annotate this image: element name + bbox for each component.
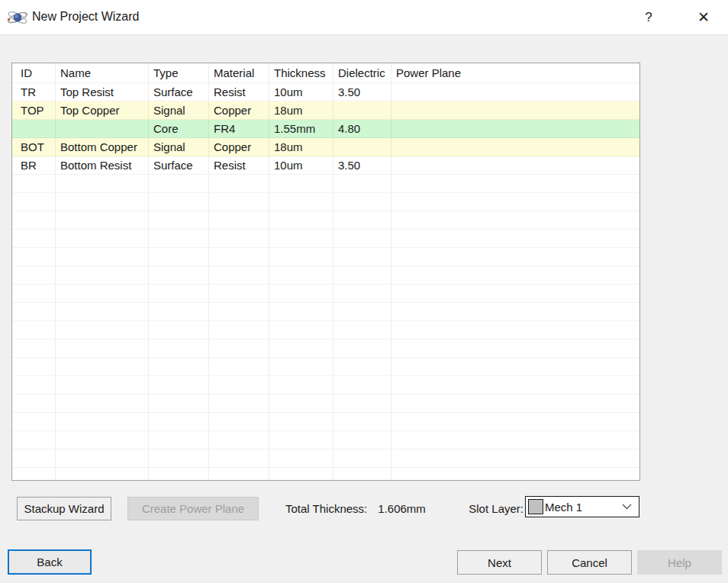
table-header-row: IDNameTypeMaterialThicknessDielectricPow… xyxy=(12,63,639,83)
window-help-button[interactable]: ? xyxy=(632,0,665,34)
table-cell xyxy=(56,340,149,358)
table-cell xyxy=(12,211,56,230)
table-cell xyxy=(56,468,149,481)
table-cell xyxy=(56,376,149,395)
help-button[interactable]: Help xyxy=(637,550,722,575)
table-cell[interactable] xyxy=(391,156,639,175)
table-cell xyxy=(333,358,391,376)
table-cell[interactable]: Resist xyxy=(209,83,269,101)
table-cell xyxy=(12,230,56,248)
table-cell xyxy=(391,193,639,211)
table-cell xyxy=(209,358,269,376)
table-row[interactable]: CoreFR41.55mm4.80 xyxy=(12,120,639,138)
table-cell xyxy=(12,321,56,340)
table-cell xyxy=(149,248,209,266)
slot-layer-label: Slot Layer: xyxy=(464,502,523,515)
table-row xyxy=(12,303,639,321)
table-cell[interactable]: 3.50 xyxy=(333,156,391,175)
table-cell[interactable]: Top Copper xyxy=(56,101,149,120)
table-row xyxy=(12,321,639,340)
table-cell xyxy=(56,303,149,321)
table-cell[interactable]: 18um xyxy=(269,138,333,156)
table-cell xyxy=(149,413,209,431)
table-cell[interactable] xyxy=(12,120,56,138)
table-cell xyxy=(391,395,639,413)
table-cell[interactable]: Copper xyxy=(209,101,269,120)
back-button[interactable]: Back xyxy=(8,549,92,575)
table-cell xyxy=(391,285,639,303)
table-cell xyxy=(269,230,333,248)
table-cell[interactable]: 10um xyxy=(269,83,333,101)
table-cell xyxy=(209,175,269,193)
table-cell[interactable]: TR xyxy=(12,83,56,101)
table-cell[interactable]: 4.80 xyxy=(333,120,391,138)
table-cell[interactable] xyxy=(391,83,639,101)
table-row xyxy=(12,230,639,248)
table-cell[interactable] xyxy=(56,120,149,138)
table-cell[interactable]: 10um xyxy=(269,156,333,175)
table-cell[interactable]: Bottom Resist xyxy=(56,156,149,175)
table-cell xyxy=(209,468,269,481)
table-cell[interactable]: Top Resist xyxy=(56,83,149,101)
table-cell[interactable]: 18um xyxy=(269,101,333,120)
table-cell[interactable]: Resist xyxy=(209,156,269,175)
table-cell[interactable]: Surface xyxy=(149,83,209,101)
table-cell[interactable]: Copper xyxy=(209,138,269,156)
chevron-down-icon xyxy=(622,504,632,510)
table-cell xyxy=(12,303,56,321)
table-cell[interactable] xyxy=(391,120,639,138)
total-thickness-label: Total Thickness: xyxy=(285,502,367,515)
column-header: ID xyxy=(12,63,56,83)
cancel-button[interactable]: Cancel xyxy=(547,550,632,575)
table-cell[interactable] xyxy=(333,138,391,156)
table-cell xyxy=(209,285,269,303)
table-cell xyxy=(149,230,209,248)
table-cell[interactable]: Signal xyxy=(149,138,209,156)
table-cell xyxy=(56,211,149,230)
slot-layer-dropdown[interactable]: Mech 1 xyxy=(525,496,639,517)
table-cell[interactable]: 3.50 xyxy=(333,83,391,101)
table-cell xyxy=(209,303,269,321)
table-cell xyxy=(149,175,209,193)
window-close-icon[interactable]: ✕ xyxy=(687,0,720,34)
create-power-plane-button[interactable]: Create Power Plane xyxy=(127,497,259,520)
table-cell xyxy=(149,266,209,285)
table-cell xyxy=(333,376,391,395)
table-cell[interactable]: BR xyxy=(12,156,56,175)
stackup-wizard-button[interactable]: Stackup Wizard xyxy=(17,497,111,520)
table-cell[interactable]: Surface xyxy=(149,156,209,175)
table-cell[interactable] xyxy=(391,101,639,120)
table-row xyxy=(12,413,639,431)
table-row[interactable]: BOTBottom CopperSignalCopper18um xyxy=(12,138,639,156)
table-cell xyxy=(269,193,333,211)
table-cell xyxy=(12,468,56,481)
table-row[interactable]: TRTop ResistSurfaceResist10um3.50 xyxy=(12,83,639,101)
table-cell[interactable]: TOP xyxy=(12,101,56,120)
table-cell xyxy=(12,413,56,431)
table-row[interactable]: TOPTop CopperSignalCopper18um xyxy=(12,101,639,120)
table-cell xyxy=(12,340,56,358)
table-cell xyxy=(333,340,391,358)
table-row[interactable]: BRBottom ResistSurfaceResist10um3.50 xyxy=(12,156,639,175)
table-cell[interactable]: Core xyxy=(149,120,209,138)
table-cell[interactable] xyxy=(391,138,639,156)
table-cell[interactable]: 1.55mm xyxy=(269,120,333,138)
table-cell xyxy=(12,248,56,266)
table-cell[interactable] xyxy=(333,101,391,120)
table-cell[interactable]: Bottom Copper xyxy=(56,138,149,156)
table-cell[interactable]: FR4 xyxy=(209,120,269,138)
table-cell xyxy=(56,395,149,413)
table-cell[interactable]: Signal xyxy=(149,101,209,120)
table-cell xyxy=(209,340,269,358)
table-cell[interactable]: BOT xyxy=(12,138,56,156)
table-cell xyxy=(269,266,333,285)
table-cell xyxy=(56,285,149,303)
table-cell xyxy=(391,230,639,248)
table-body: TRTop ResistSurfaceResist10um3.50TOPTop … xyxy=(12,83,639,481)
table-cell xyxy=(333,395,391,413)
table-cell xyxy=(333,303,391,321)
table-row xyxy=(12,376,639,395)
table-cell xyxy=(149,395,209,413)
next-button[interactable]: Next xyxy=(457,550,542,575)
table-row xyxy=(12,211,639,230)
